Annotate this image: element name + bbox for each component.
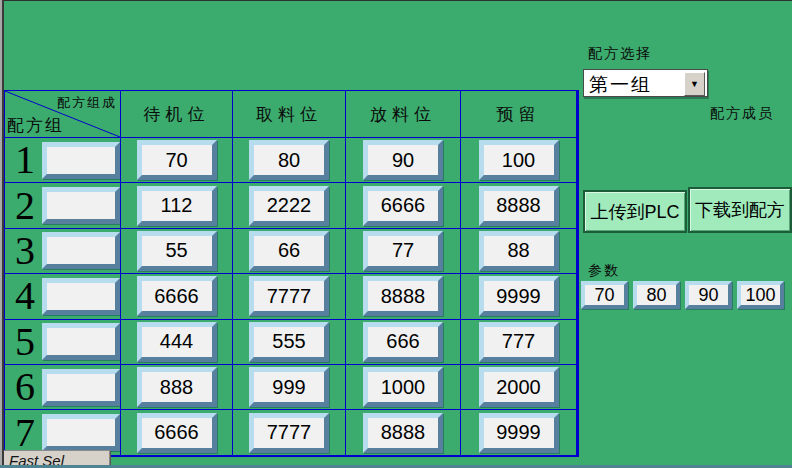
value-field[interactable]: 88 [479, 231, 559, 271]
table-cell: 6666 [121, 274, 232, 318]
table-cell: 100 [461, 138, 576, 182]
column-header-reserved: 预留 [461, 91, 576, 137]
value-field[interactable]: 2000 [479, 367, 559, 407]
table-cell: 2222 [233, 183, 345, 227]
corner-header-cell: 配方组成 配方组 [5, 91, 120, 137]
value-field[interactable]: 8888 [363, 413, 443, 453]
row-number: 4 [11, 276, 39, 316]
upload-to-plc-button[interactable]: 上传到PLC [583, 190, 687, 233]
param-field[interactable]: 100 [737, 281, 784, 309]
table-cell: 9999 [461, 410, 576, 454]
value-field[interactable]: 7777 [249, 413, 329, 453]
value-field[interactable]: 55 [137, 231, 217, 271]
corner-label-group: 配方组 [7, 114, 64, 137]
table-row-header: 1 [5, 138, 120, 182]
value-field[interactable]: 555 [249, 322, 329, 362]
table-cell: 8888 [461, 183, 576, 227]
recipe-select-label: 配方选择 [588, 45, 652, 63]
table-cell: 888 [121, 365, 232, 409]
table-cell: 8888 [346, 274, 460, 318]
table-cell: 666 [346, 320, 460, 364]
table-cell: 88 [461, 229, 576, 273]
param-field[interactable]: 80 [633, 281, 680, 309]
table-row-header: 4 [5, 274, 120, 318]
value-field[interactable]: 80 [249, 140, 329, 180]
value-field[interactable]: 100 [479, 140, 559, 180]
value-field[interactable]: 66 [249, 231, 329, 271]
recipe-group-input[interactable] [42, 142, 120, 179]
table-row-header: 5 [5, 320, 120, 364]
row-number: 6 [11, 367, 39, 407]
param-field[interactable]: 70 [581, 281, 628, 309]
table-cell: 9999 [461, 274, 576, 318]
value-field[interactable]: 9999 [479, 413, 559, 453]
table-cell: 70 [121, 138, 232, 182]
row-number: 3 [11, 231, 39, 271]
recipe-group-input[interactable] [42, 278, 120, 315]
table-cell: 6666 [121, 410, 232, 454]
recipe-group-dropdown[interactable]: 第一组 ▼ [583, 69, 708, 97]
value-field[interactable]: 70 [137, 140, 217, 180]
value-field[interactable]: 888 [137, 367, 217, 407]
table-cell: 112 [121, 183, 232, 227]
dropdown-button[interactable]: ▼ [684, 72, 705, 96]
table-cell: 777 [461, 320, 576, 364]
table-cell: 444 [121, 320, 232, 364]
value-field[interactable]: 444 [137, 322, 217, 362]
table-cell: 77 [346, 229, 460, 273]
value-field[interactable]: 77 [363, 231, 443, 271]
table-cell: 999 [233, 365, 345, 409]
value-field[interactable]: 6666 [363, 186, 443, 226]
recipe-group-input[interactable] [42, 187, 120, 224]
recipe-group-input[interactable] [42, 414, 120, 451]
value-field[interactable]: 666 [363, 322, 443, 362]
download-to-recipe-button[interactable]: 下载到配方 [688, 187, 792, 233]
table-row-header: 6 [5, 365, 120, 409]
table-cell: 90 [346, 138, 460, 182]
table-row-header: 3 [5, 229, 120, 273]
table-cell: 555 [233, 320, 345, 364]
recipe-group-input[interactable] [42, 323, 120, 360]
column-header-pickup: 取料位 [233, 91, 345, 137]
value-field[interactable]: 999 [249, 367, 329, 407]
value-field[interactable]: 8888 [363, 276, 443, 316]
recipe-table: 配方组成 配方组 待机位 取料位 放料位 预留 1 70 80 90 100 2… [4, 90, 579, 457]
hmi-screen: 配方组成 配方组 待机位 取料位 放料位 预留 1 70 80 90 100 2… [0, 0, 792, 468]
recipe-group-input[interactable] [42, 232, 120, 269]
value-field[interactable]: 2222 [249, 186, 329, 226]
table-row-header: 2 [5, 183, 120, 227]
value-field[interactable]: 112 [137, 186, 217, 226]
row-number: 2 [11, 186, 39, 226]
value-field[interactable]: 7777 [249, 276, 329, 316]
column-header-discharge: 放料位 [346, 91, 460, 137]
param-fields-row: 70 80 90 100 [581, 281, 784, 309]
table-cell: 66 [233, 229, 345, 273]
value-field[interactable]: 6666 [137, 276, 217, 316]
table-cell: 1000 [346, 365, 460, 409]
chevron-down-icon: ▼ [690, 80, 699, 89]
value-field[interactable]: 9999 [479, 276, 559, 316]
table-cell: 80 [233, 138, 345, 182]
value-field[interactable]: 6666 [137, 413, 217, 453]
screen-top-edge [0, 0, 792, 1]
row-number: 1 [11, 140, 39, 180]
value-field[interactable]: 777 [479, 322, 559, 362]
value-field[interactable]: 8888 [479, 186, 559, 226]
row-number: 7 [11, 413, 39, 453]
param-field[interactable]: 90 [685, 281, 732, 309]
table-cell: 7777 [233, 410, 345, 454]
table-cell: 2000 [461, 365, 576, 409]
row-number: 5 [11, 322, 39, 362]
table-cell: 55 [121, 229, 232, 273]
corner-label-composition: 配方组成 [57, 94, 117, 112]
params-label: 参数 [588, 262, 620, 280]
column-header-standby: 待机位 [121, 91, 232, 137]
value-field[interactable]: 90 [363, 140, 443, 180]
screen-left-edge-inner [2, 0, 4, 468]
dropdown-selected-value: 第一组 [589, 72, 652, 98]
recipe-members-label: 配方成员 [710, 105, 774, 123]
value-field[interactable]: 1000 [363, 367, 443, 407]
table-cell: 8888 [346, 410, 460, 454]
table-cell: 7777 [233, 274, 345, 318]
recipe-group-input[interactable] [42, 369, 120, 406]
